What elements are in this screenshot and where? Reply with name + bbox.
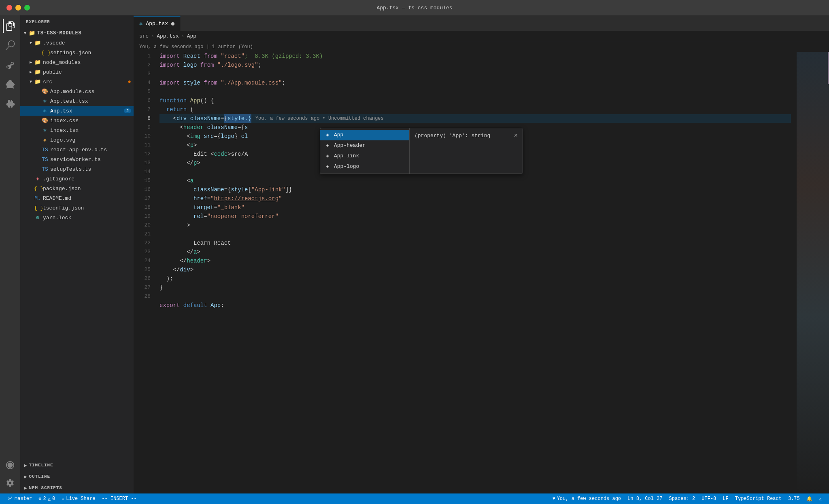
sidebar-npm-scripts[interactable]: ▶ NPM SCRIPTS xyxy=(20,482,134,493)
code-line-25: </div> xyxy=(159,265,791,274)
editor[interactable]: 1 2 3 4 5 6 7 8 9 10 11 12 13 14 15 16 1… xyxy=(134,52,829,493)
close-button[interactable] xyxy=(6,5,12,11)
cursor-position-status[interactable]: Ln 8, Col 27 xyxy=(624,496,665,502)
react-app-env-label: react-app-env.d.ts xyxy=(50,147,134,153)
sidebar-item-react-app-env[interactable]: TS react-app-env.d.ts xyxy=(20,145,134,155)
code-line-15: <a xyxy=(159,176,791,185)
sidebar-item-logo-svg[interactable]: ◈ logo.svg xyxy=(20,135,134,145)
autocomplete-item-app-link[interactable]: ◈ App-link xyxy=(320,151,409,161)
code-line-2: import logo from "./logo.svg"; xyxy=(159,61,791,70)
code-line-8: <div className={style.} You, a few secon… xyxy=(159,114,791,123)
ln-14: 14 xyxy=(137,167,151,176)
code-line-16: className={style["App-link"]} xyxy=(159,185,791,194)
sidebar-item-src[interactable]: ▼ 📁 src ● xyxy=(20,77,134,87)
sidebar-item-setup-tests[interactable]: TS setupTests.ts xyxy=(20,164,134,174)
ln-13: 13 xyxy=(137,159,151,167)
minimize-button[interactable] xyxy=(15,5,21,11)
sidebar-item-index-tsx[interactable]: ⚛ index.tsx xyxy=(20,125,134,135)
error-icon: ⊗ xyxy=(38,496,41,502)
sidebar-item-readme[interactable]: M↓ README.md xyxy=(20,193,134,203)
notifications-status[interactable]: 🔔 xyxy=(803,496,816,502)
code-line-23: </a> xyxy=(159,248,791,256)
live-share-status[interactable]: ✦ Live Share xyxy=(58,493,98,504)
code-line-27: } xyxy=(159,283,791,292)
sidebar-item-service-worker[interactable]: TS serviceWorker.ts xyxy=(20,155,134,164)
sidebar-timeline[interactable]: ▶ TIMELINE xyxy=(20,460,134,471)
code-line-24: </header> xyxy=(159,256,791,265)
breadcrumb-apptsx[interactable]: App.tsx xyxy=(157,33,179,39)
breadcrumb-app-fn[interactable]: App xyxy=(187,33,196,39)
ln-25: 25 xyxy=(137,265,151,274)
sidebar-item-app-module-css[interactable]: 🎨 App.module.css xyxy=(20,87,134,96)
sidebar-item-root[interactable]: ▼ 📁 TS-CSS-MODULES xyxy=(20,28,134,38)
sidebar-item-index-css[interactable]: 🎨 index.css xyxy=(20,116,134,125)
ac-label-header: App-header xyxy=(334,141,366,150)
tab-bar: ⚛ App.tsx xyxy=(134,15,829,31)
language-status[interactable]: TypeScript React xyxy=(732,496,785,502)
ln-4: 4 xyxy=(137,78,151,87)
autocomplete-list: ◈ App ◈ App-header ◈ App-link ◈ xyxy=(320,128,409,174)
tab-app-tsx[interactable]: ⚛ App.tsx xyxy=(134,16,181,31)
zoom-status[interactable]: 3.75 xyxy=(785,496,803,502)
sidebar-outline[interactable]: ▶ OUTLINE xyxy=(20,471,134,482)
root-label: TS-CSS-MODULES xyxy=(37,30,134,36)
tab-modified-dot xyxy=(171,22,174,25)
ac-icon-link: ◈ xyxy=(324,152,331,161)
sidebar-item-yarn-lock[interactable]: ⚙ yarn.lock xyxy=(20,213,134,222)
git-blame-status[interactable]: ♥ You, a few seconds ago xyxy=(549,496,624,502)
indent-status[interactable]: Spaces: 2 xyxy=(666,496,699,502)
activity-files[interactable] xyxy=(3,19,17,33)
activity-debug[interactable] xyxy=(3,77,17,91)
activity-settings[interactable] xyxy=(3,476,17,490)
yarn-icon: ⚙ xyxy=(34,214,41,221)
vim-mode-status: -- INSERT -- xyxy=(98,493,140,504)
line-ending-status[interactable]: LF xyxy=(719,496,731,502)
git-branch-status[interactable]: master xyxy=(4,493,35,504)
errors-label: 2 xyxy=(43,496,46,502)
settings-label: settings.json xyxy=(50,50,134,56)
activity-search[interactable] xyxy=(3,38,17,53)
sidebar-item-package-json[interactable]: { } package.json xyxy=(20,184,134,193)
setup-tests-label: setupTests.ts xyxy=(50,166,134,172)
sidebar-item-gitignore[interactable]: ♦ .gitignore xyxy=(20,174,134,184)
breadcrumb-sep-2: › xyxy=(181,33,185,39)
css-icon: 🎨 xyxy=(41,88,49,95)
css-icon-index: 🎨 xyxy=(41,117,49,124)
errors-status[interactable]: ⊗ 2 △ 0 xyxy=(35,493,58,504)
maximize-button[interactable] xyxy=(24,5,30,11)
breadcrumb-src[interactable]: src xyxy=(139,33,149,39)
sidebar-item-settings[interactable]: { } settings.json xyxy=(20,48,134,57)
ln-19: 19 xyxy=(137,212,151,221)
heart-icon: ♥ xyxy=(552,496,555,502)
sidebar-item-node-modules[interactable]: ▶ 📁 node_modules xyxy=(20,57,134,67)
autocomplete-item-app[interactable]: ◈ App xyxy=(320,130,409,140)
sidebar-item-app-test-tsx[interactable]: ⚛ App.test.tsx xyxy=(20,96,134,106)
ac-icon-app: ◈ xyxy=(324,131,331,140)
autocomplete-close-button[interactable]: × xyxy=(514,131,518,140)
cursor-label: Ln 8, Col 27 xyxy=(627,496,662,502)
warning-status[interactable]: ⚠ xyxy=(816,496,825,502)
activity-source-control[interactable] xyxy=(3,57,17,72)
ln-23: 23 xyxy=(137,248,151,256)
ts-icon-sw: TS xyxy=(41,157,49,163)
json-icon-pkg: { } xyxy=(34,186,41,192)
activity-extensions[interactable] xyxy=(3,96,17,111)
ln-22: 22 xyxy=(137,239,151,248)
tsx-icon-index: ⚛ xyxy=(41,127,49,133)
tsx-icon-app: ⚛ xyxy=(41,108,49,114)
activity-remote[interactable] xyxy=(3,458,17,472)
autocomplete-item-app-logo[interactable]: ◈ App-logo xyxy=(320,161,409,172)
autocomplete-item-app-header[interactable]: ◈ App-header xyxy=(320,140,409,151)
arrow-down-vscode: ▼ xyxy=(28,41,34,45)
sidebar-item-public[interactable]: ▶ 📁 public xyxy=(20,67,134,77)
code-line-17: href="https://reactjs.org" xyxy=(159,194,791,203)
sidebar-item-tsconfig[interactable]: { } tsconfig.json xyxy=(20,203,134,213)
autocomplete-popup[interactable]: ◈ App ◈ App-header ◈ App-link ◈ xyxy=(320,128,523,174)
encoding-status[interactable]: UTF-8 xyxy=(698,496,719,502)
ln-20: 20 xyxy=(137,221,151,230)
sidebar-item-app-tsx[interactable]: ⚛ App.tsx 2 xyxy=(20,106,134,116)
git-icon: ♦ xyxy=(34,176,41,182)
live-share-label: Live Share xyxy=(66,496,95,502)
code-area[interactable]: import React from "react"; 8.3K (gzipped… xyxy=(154,52,797,493)
sidebar-item-vscode[interactable]: ▼ 📁 .vscode xyxy=(20,38,134,48)
